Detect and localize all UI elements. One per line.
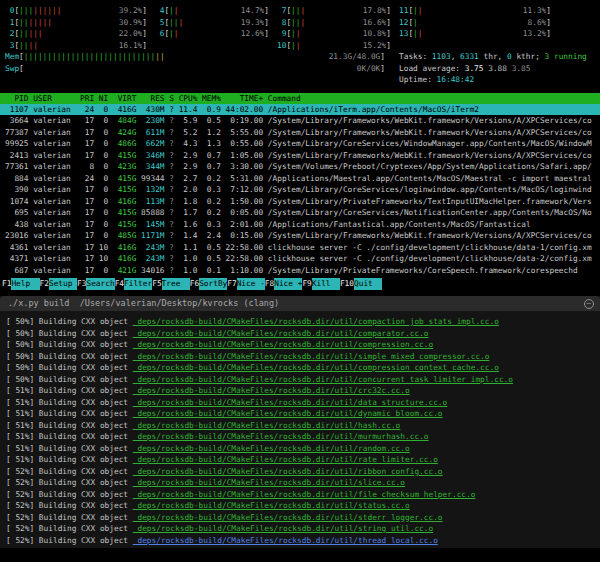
cpu-meter-10: 10[||15.2%] (277, 40, 391, 52)
fkey-f1-help[interactable]: F1Help (2, 278, 40, 290)
file-path-link[interactable]: _deps/rocksdb-build/CMakeFiles/rocksdb.d… (133, 317, 499, 326)
cell-mem: 0.7 (197, 161, 220, 173)
file-path-link[interactable]: _deps/rocksdb-build/CMakeFiles/rocksdb.d… (133, 329, 429, 338)
cell-mem: 0.2 (197, 207, 220, 219)
build-progress-text: [ 50%] Building CXX object (6, 329, 133, 338)
process-row-1074[interactable]: 1074valerian170416G113M?1.80.21:50.00/Sy… (0, 196, 600, 208)
memory-meters: Mem[||||||||||||||||||||||||||||||21.3G/… (5, 51, 393, 86)
process-row-3664[interactable]: 3664valerian170484G230M?5.90.50:19.00/Sy… (0, 115, 600, 127)
process-row-695[interactable]: 695valerian170415G85888?1.70.20:05.00/Sy… (0, 207, 600, 219)
cell-res: 1171M (136, 230, 164, 242)
cell-virt: 416G (108, 242, 136, 254)
uptime-value: 16:48:42 (437, 75, 475, 84)
process-row-687[interactable]: 687valerian170421G34016?1.00.11:10.00/Sy… (0, 265, 600, 277)
cell-cmd: /System/Library/Frameworks/WebKit.framew… (263, 115, 600, 127)
cell-user: valerian (28, 207, 75, 219)
cell-virt: 486G (108, 138, 136, 150)
build-log-line: [ 51%] Building CXX object _deps/rocksdb… (6, 420, 600, 432)
process-row-390[interactable]: 390valerian170415G132M?2.00.37:12.00/Sys… (0, 184, 600, 196)
fkey-f4-filter[interactable]: F4Filter (115, 278, 153, 290)
process-row-23016[interactable]: 23016valerian170485G1171M?1.42.40:15.00/… (0, 230, 600, 242)
header-time[interactable]: TIME+ (221, 93, 263, 104)
process-row-77361[interactable]: 77361valerian80423G344M?2.90.73:30.00/Sy… (0, 161, 600, 173)
file-path-link[interactable]: _deps/rocksdb-build/CMakeFiles/rocksdb.d… (133, 501, 410, 510)
header-pri[interactable]: PRI (75, 93, 94, 104)
process-row-77387[interactable]: 77387valerian170424G611M?5.21.25:55.00/S… (0, 127, 600, 139)
meter-bars: | (413, 17, 418, 29)
fkey-f3-search[interactable]: F3Search (77, 278, 115, 290)
cell-virt: 415G (108, 173, 136, 185)
meter-bars: ||| (169, 17, 183, 29)
process-row-438[interactable]: 438valerian170415G145M?1.60.32:01.00/App… (0, 219, 600, 231)
file-path-link[interactable]: _deps/rocksdb-build/CMakeFiles/rocksdb.d… (133, 398, 448, 407)
file-path-link[interactable]: _deps/rocksdb-build/CMakeFiles/rocksdb.d… (133, 490, 476, 499)
meter-label: 10 (277, 40, 286, 52)
meter-bars: ||| (291, 5, 305, 17)
fkey-f8-nice[interactable]: F8Nice + (265, 278, 303, 290)
cell-time: 0:19.00 (221, 115, 263, 127)
file-path-link[interactable]: _deps/rocksdb-build/CMakeFiles/rocksdb.d… (133, 478, 405, 487)
header-mem[interactable]: MEM% (197, 93, 220, 104)
cell-mem: 1.2 (197, 127, 220, 139)
meter-bars: ||||| (19, 28, 42, 40)
meter-value: 0K/0K (357, 63, 380, 75)
threads-count: 6331 (460, 52, 479, 61)
minimize-pane-button[interactable]: − (584, 299, 594, 309)
file-path-link[interactable]: _deps/rocksdb-build/CMakeFiles/rocksdb.d… (133, 467, 443, 476)
fkey-f6-sortby[interactable]: F6SortBy (190, 278, 228, 290)
file-path-link[interactable]: _deps/rocksdb-build/CMakeFiles/rocksdb.d… (133, 375, 513, 384)
meter-value: 15.2% (363, 40, 386, 52)
file-path-link[interactable]: _deps/rocksdb-build/CMakeFiles/rocksdb.d… (133, 536, 438, 545)
meter-bars: |||||||||||||||||||||||||||||| (24, 51, 165, 63)
fkey-f7-nice[interactable]: F7Nice - (227, 278, 265, 290)
header-cpu[interactable]: CPU% (174, 93, 197, 104)
meter-interior: |8.6% (413, 17, 546, 29)
meter-label: 1 (5, 17, 14, 29)
header-pid[interactable]: PID (5, 93, 28, 104)
header-virt[interactable]: VIRT (108, 93, 136, 104)
file-path-link[interactable]: _deps/rocksdb-build/CMakeFiles/rocksdb.d… (133, 513, 443, 522)
file-path-link[interactable]: _deps/rocksdb-build/CMakeFiles/rocksdb.d… (133, 340, 433, 349)
header-state[interactable]: S (165, 93, 174, 104)
cpu-meter-6: 6[||12.6%] (155, 28, 269, 40)
meter-bar-segment: | (413, 18, 418, 27)
cell-res: 346M (136, 150, 164, 162)
fkey-f10-quit[interactable]: F10Quit (340, 278, 382, 290)
process-row-884[interactable]: 884valerian240415G99344?2.70.25:31.00/Ap… (0, 173, 600, 185)
cell-res: 243M (136, 253, 164, 265)
meter-bar-segment: ||| (19, 6, 33, 15)
cell-s: ? (165, 242, 174, 254)
build-log-line: [ 50%] Building CXX object _deps/rocksdb… (6, 339, 600, 351)
file-path-link[interactable]: _deps/rocksdb-build/CMakeFiles/rocksdb.d… (133, 363, 499, 372)
fkey-f5-tree[interactable]: F5Tree (152, 278, 190, 290)
process-row-99925[interactable]: 99925valerian170486G662M?4.31.30:55.00/S… (0, 138, 600, 150)
cell-s: ? (165, 196, 174, 208)
file-path-link[interactable]: _deps/rocksdb-build/CMakeFiles/rocksdb.d… (133, 421, 401, 430)
header-user[interactable]: USER (28, 93, 75, 104)
process-row-4371[interactable]: 4371valerian1710416G243M?1.00.522:58.00c… (0, 253, 600, 265)
cell-user: valerian (28, 104, 75, 116)
cell-pid: 695 (5, 207, 28, 219)
tasks-line: Tasks: 1103, 6331 thr, 0 kthr; 3 running (399, 51, 587, 63)
cell-pid: 1107 (5, 104, 28, 116)
cell-s: ? (165, 253, 174, 265)
file-path-link[interactable]: _deps/rocksdb-build/CMakeFiles/rocksdb.d… (133, 432, 429, 441)
cell-mem: 0.3 (197, 184, 220, 196)
header-res[interactable]: RES (136, 93, 164, 104)
cell-mem: 0.9 (197, 104, 220, 116)
file-path-link[interactable]: _deps/rocksdb-build/CMakeFiles/rocksdb.d… (133, 455, 438, 464)
header-command[interactable]: Command (263, 93, 600, 104)
file-path-link[interactable]: _deps/rocksdb-build/CMakeFiles/rocksdb.d… (133, 386, 410, 395)
file-path-link[interactable]: _deps/rocksdb-build/CMakeFiles/rocksdb.d… (133, 409, 443, 418)
file-path-link[interactable]: _deps/rocksdb-build/CMakeFiles/rocksdb.d… (133, 444, 410, 453)
process-row-1107[interactable]: 1107valerian240416G430M?11.40.944:02.00/… (0, 104, 600, 116)
file-path-link[interactable]: _deps/rocksdb-build/CMakeFiles/rocksdb.d… (133, 524, 433, 533)
process-row-4361[interactable]: 4361valerian1710416G243M?1.10.522:58.00c… (0, 242, 600, 254)
fkey-f2-setup[interactable]: F2Setup (40, 278, 78, 290)
file-path-link[interactable]: _deps/rocksdb-build/CMakeFiles/rocksdb.d… (133, 352, 490, 361)
process-row-2413[interactable]: 2413valerian170415G346M?2.90.71:05.00/Sy… (0, 150, 600, 162)
fkey-f9-kill[interactable]: F9Kill (302, 278, 340, 290)
header-ni[interactable]: NI (94, 93, 108, 104)
cell-ni: 0 (94, 184, 108, 196)
meter-bar-segment: | (174, 6, 179, 15)
